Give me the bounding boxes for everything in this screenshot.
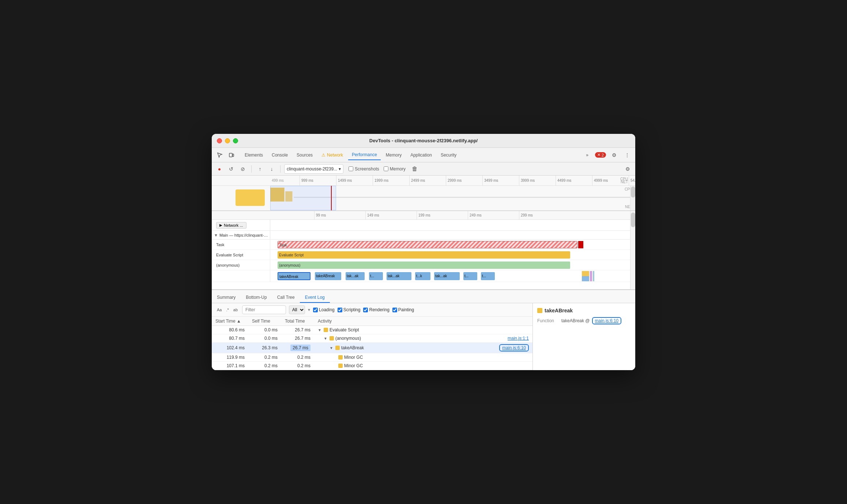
flame-scrollbar[interactable]: [630, 211, 635, 289]
cell-activity: ▼ Evaluate Script: [314, 326, 532, 334]
regex-button[interactable]: .*: [225, 307, 230, 313]
ruler-mark: 1999 ms: [373, 176, 409, 186]
activity-icon: [335, 346, 340, 350]
tab-console[interactable]: Console: [268, 150, 291, 160]
toolbar-separator-2: [280, 165, 281, 173]
toolbar-separator: [251, 165, 252, 173]
flame-section: 99 ms 149 ms 199 ms 249 ms 299 ms ▶ Netw…: [212, 211, 635, 290]
download-button[interactable]: ↓: [267, 164, 276, 174]
close-button[interactable]: [217, 138, 222, 143]
tab-memory[interactable]: Memory: [382, 150, 405, 160]
svg-rect-1: [233, 154, 234, 157]
tab-security[interactable]: Security: [437, 150, 460, 160]
col-self-time[interactable]: Self Time: [248, 317, 281, 326]
performance-settings-icon[interactable]: ⚙: [623, 164, 632, 174]
evaluate-script-bar[interactable]: Evaluate Script: [278, 251, 570, 259]
t-bar-9[interactable]: t...: [481, 272, 495, 280]
ruler-marks: 499 ms 999 ms 1499 ms 1999 ms 2499 ms 29…: [270, 176, 635, 186]
collect-garbage-icon[interactable]: 🗑: [410, 164, 419, 174]
clear-button[interactable]: ⊘: [238, 164, 248, 174]
case-sensitive-button[interactable]: ab: [232, 307, 239, 313]
detail-mark-199: 199 ms: [417, 211, 468, 220]
url-selector[interactable]: clinquant-mousse-2f239... ▾: [284, 164, 343, 174]
tab-elements[interactable]: Elements: [241, 150, 267, 160]
tab-application[interactable]: Application: [407, 150, 436, 160]
record-button[interactable]: ●: [215, 164, 224, 174]
upload-button[interactable]: ↑: [255, 164, 265, 174]
total-highlight: 26.7 ms: [290, 345, 310, 351]
cell-self-time: 0.2 ms: [248, 362, 281, 370]
more-tabs-button[interactable]: »: [582, 150, 592, 160]
rendering-checkbox[interactable]: Rendering: [363, 307, 389, 312]
cell-total-time: 0.2 ms: [281, 362, 314, 370]
tab-summary[interactable]: Summary: [212, 293, 241, 303]
row-arrow[interactable]: ▼: [318, 328, 321, 332]
tab-network[interactable]: ⚠ Network: [318, 150, 347, 160]
tak-bar-3[interactable]: tak...ak: [346, 272, 365, 280]
bottom-tabs: Summary Bottom-Up Call Tree Event Log: [212, 290, 635, 303]
timeline-selection[interactable]: [270, 186, 336, 210]
filter-select[interactable]: All: [289, 305, 305, 314]
cell-activity: ▼ takeABreak main.js:6:10: [314, 343, 532, 353]
painting-checkbox[interactable]: Painting: [392, 307, 414, 312]
anonymous-bar[interactable]: (anonymous): [278, 262, 570, 269]
activity-icon: [338, 355, 343, 360]
inspect-icon[interactable]: [215, 150, 225, 160]
tk-bar-6[interactable]: t...k: [415, 272, 430, 280]
table-row[interactable]: 119.9 ms 0.2 ms 0.2 ms: [212, 353, 532, 362]
table-row-selected[interactable]: 102.4 ms 26.3 ms 26.7 ms: [212, 343, 532, 353]
tak-bar-7[interactable]: tak...ak: [434, 272, 460, 280]
reload-button[interactable]: ↺: [226, 164, 236, 174]
aa-button[interactable]: Aa: [215, 307, 223, 313]
loading-checkbox[interactable]: Loading: [313, 307, 335, 312]
filter-input[interactable]: [242, 305, 286, 314]
device-mode-icon[interactable]: [226, 150, 237, 160]
takeABreak-bar-2[interactable]: takeABreak: [315, 272, 341, 280]
ruler-mark: 499 ms: [270, 176, 300, 186]
function-link[interactable]: main.js:6:10: [592, 317, 622, 324]
tak-bar-5[interactable]: tak...ak: [387, 272, 411, 280]
overview-scrollbar[interactable]: [630, 186, 635, 210]
flame-task-label: Task: [212, 240, 270, 249]
t-bar-4[interactable]: t...: [369, 272, 383, 280]
col-start-time[interactable]: Start Time ▲: [212, 317, 248, 326]
row-arrow[interactable]: ▼: [330, 346, 333, 350]
screenshots-checkbox[interactable]: Screenshots: [349, 166, 379, 172]
svg-rect-4: [294, 197, 635, 198]
left-panel: Aa .* ab All ▾ Loading: [212, 303, 533, 370]
takeABreak-selected-bar[interactable]: takeABreak: [278, 272, 310, 280]
col-total-time[interactable]: Total Time: [281, 317, 314, 326]
flame-anonymous-label: (anonymous): [212, 260, 270, 270]
task-bar[interactable]: Task: [278, 241, 577, 248]
kebab-icon[interactable]: ⋮: [622, 150, 632, 160]
col-activity[interactable]: Activity: [314, 317, 532, 326]
settings-icon[interactable]: ⚙: [609, 150, 619, 160]
table-row[interactable]: 107.1 ms 0.2 ms 0.2 ms: [212, 362, 532, 370]
t-bar-8[interactable]: t...: [463, 272, 477, 280]
tab-performance[interactable]: Performance: [348, 150, 381, 160]
network-pill[interactable]: ▶ Network ...: [216, 222, 246, 229]
overview-chart[interactable]: CPU NET: [212, 186, 635, 211]
network-row: ▶ Network ...: [212, 220, 630, 231]
tab-calltree[interactable]: Call Tree: [272, 293, 300, 303]
maximize-button[interactable]: [233, 138, 238, 143]
event-table: Start Time ▲ Self Time Total Time Activi…: [212, 317, 532, 370]
detail-mark-299: 299 ms: [519, 211, 570, 220]
row-arrow[interactable]: ▼: [324, 336, 327, 341]
nav-icon-group: [215, 150, 237, 160]
flame-empty-row: [212, 282, 630, 289]
table-row[interactable]: 80.7 ms 0.0 ms 26.7 ms: [212, 334, 532, 343]
scripting-checkbox[interactable]: Scripting: [338, 307, 361, 312]
tab-bottomup[interactable]: Bottom-Up: [241, 293, 272, 303]
table-row[interactable]: 80.6 ms 0.0 ms 26.7 ms: [212, 326, 532, 334]
cell-activity: Minor GC: [314, 362, 532, 370]
minimize-button[interactable]: [225, 138, 230, 143]
cell-total-time: 26.7 ms: [281, 343, 314, 353]
memory-checkbox[interactable]: Memory: [384, 166, 406, 172]
tab-eventlog[interactable]: Event Log: [300, 293, 330, 303]
error-badge[interactable]: ✕ 2: [595, 152, 606, 158]
source-link[interactable]: main.js:1:1: [508, 336, 529, 341]
main-label-row: ▼ Main — https://clinquant-mousse-2f2396…: [212, 231, 630, 240]
source-link-takeabreak[interactable]: main.js:6:10: [499, 344, 529, 351]
tab-sources[interactable]: Sources: [293, 150, 316, 160]
